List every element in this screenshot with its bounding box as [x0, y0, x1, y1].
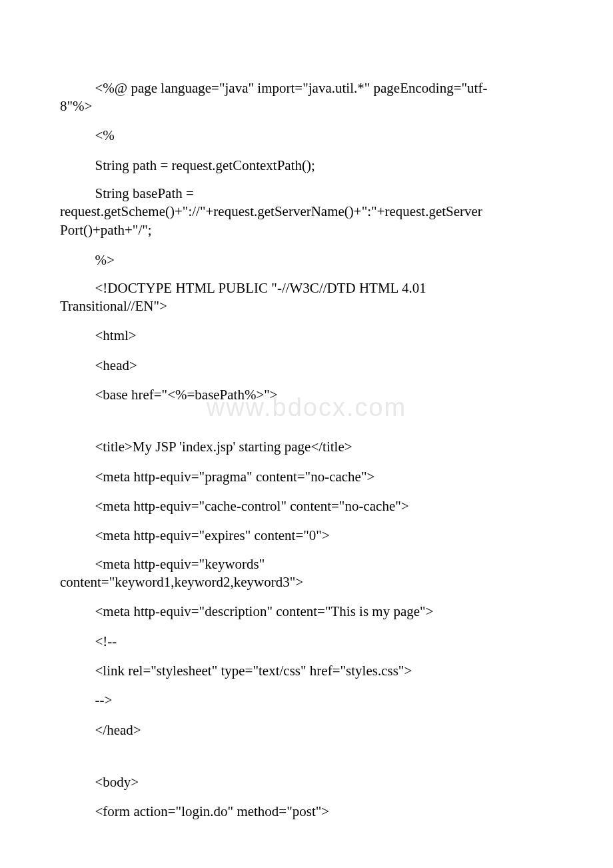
- code-line: <head>: [60, 356, 553, 375]
- code-line: <link rel="stylesheet" type="text/css" h…: [60, 661, 553, 680]
- code-line: %>: [60, 251, 553, 269]
- code-line: </head>: [60, 721, 553, 739]
- code-line: <meta http-equiv="cache-control" content…: [60, 497, 553, 515]
- code-text: 8"%>: [60, 97, 553, 115]
- code-text: String basePath =: [60, 185, 553, 202]
- code-text: Port()+path+"/";: [60, 221, 553, 239]
- code-text: <!DOCTYPE HTML PUBLIC "-//W3C//DTD HTML …: [60, 280, 553, 297]
- code-text: <meta http-equiv="keywords": [60, 556, 553, 573]
- code-line: String path = request.getContextPath();: [60, 156, 553, 175]
- code-line: <meta http-equiv="description" content="…: [60, 602, 553, 621]
- code-text: request.getScheme()+"://"+request.getSer…: [60, 202, 553, 221]
- code-line: <meta http-equiv="pragma" content="no-ca…: [60, 467, 553, 486]
- code-line: <meta http-equiv="keywords" content="key…: [60, 556, 553, 591]
- code-line: <!--: [60, 632, 553, 651]
- code-line: <base href="<%=basePath%>">: [60, 385, 553, 404]
- code-line: String basePath = request.getScheme()+":…: [60, 185, 553, 240]
- code-line: -->: [60, 691, 553, 709]
- code-line: <html>: [60, 326, 553, 345]
- code-line: <%: [60, 126, 553, 145]
- code-line: <meta http-equiv="expires" content="0">: [60, 526, 553, 545]
- code-line: <%@ page language="java" import="java.ut…: [60, 80, 553, 115]
- code-text: Transitional//EN">: [60, 297, 553, 315]
- code-line: <!DOCTYPE HTML PUBLIC "-//W3C//DTD HTML …: [60, 280, 553, 315]
- code-text: content="keyword1,keyword2,keyword3">: [60, 573, 553, 591]
- code-line: <title>My JSP 'index.jsp' starting page<…: [60, 437, 553, 456]
- code-text: <%@ page language="java" import="java.ut…: [60, 80, 553, 97]
- code-line: <body>: [60, 773, 553, 791]
- code-line: <form action="login.do" method="post">: [60, 802, 553, 821]
